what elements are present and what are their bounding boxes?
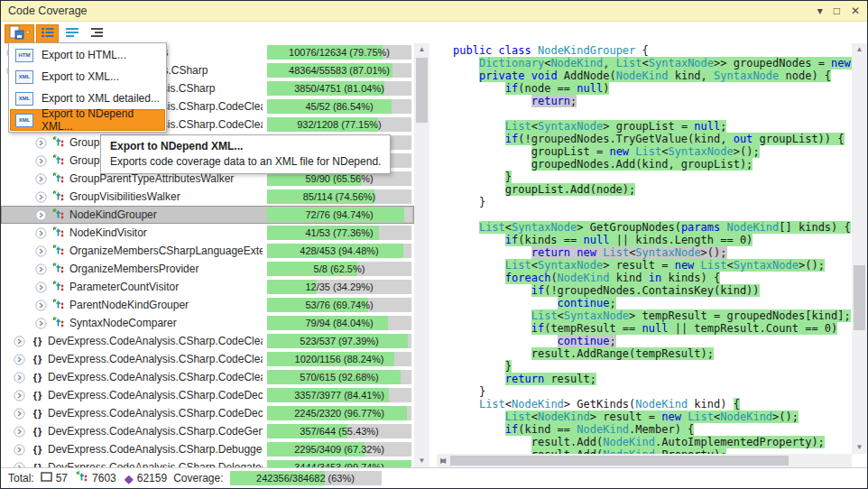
tree-vertical-scrollbar[interactable]: ▲ ▼ — [414, 43, 429, 467]
expand-icon[interactable] — [35, 245, 47, 257]
tree-row[interactable]: { }DevExpress.CodeAnalysis.CSharp.CodeGe… — [1, 422, 414, 440]
code-view[interactable]: public class NodeKindGrouper { Dictionar… — [437, 44, 852, 454]
flat-list-icon — [65, 26, 79, 42]
tree-row[interactable]: { }DevExpress.CodeAnalysis.CSharp.CodeCl… — [1, 350, 414, 368]
tree-row[interactable]: { }DevExpress.CodeAnalysis.CSharp.CodeDe… — [1, 404, 414, 422]
expand-icon[interactable] — [35, 227, 47, 239]
scrollbar-thumb[interactable] — [450, 456, 789, 466]
class-icon — [76, 471, 88, 486]
flat-list-button[interactable] — [60, 24, 83, 43]
coverage-bar: 2295/3409 (67.32%) — [267, 442, 411, 457]
menu-item[interactable]: XMLExport to NDepend XML... — [10, 109, 165, 131]
tree-row[interactable]: ParentNodeKindGrouper53/76 (69.74%) — [1, 296, 414, 314]
code-line: List<SyntaxNode> result = new List<Synta… — [453, 259, 852, 272]
coverage-bar: 932/1208 (77.15%) — [267, 117, 411, 132]
menu-item[interactable]: XMLExport to XML detailed... — [10, 88, 165, 109]
scroll-down-icon[interactable]: ▼ — [414, 455, 429, 467]
tree-row[interactable]: { }DevExpress.CodeAnalysis.CSharp.CodeCl… — [1, 368, 414, 386]
tree-row-label: OrganizeMembersCSharpLanguageExtension — [69, 244, 263, 257]
code-line: List<NodeKind> result = new List<NodeKin… — [453, 411, 852, 423]
expand-icon[interactable] — [14, 444, 25, 456]
coverage-bar-text: 357/644 (55.43%) — [267, 424, 411, 438]
file-type-icon: XML — [15, 114, 33, 127]
maximize-icon[interactable]: □ — [834, 5, 840, 16]
tree-row-label: ParentNodeKindGrouper — [69, 299, 263, 311]
coverage-bar-text: 10076/12634 (79.75%) — [267, 45, 411, 60]
expand-icon[interactable] — [35, 155, 47, 167]
tree-row[interactable]: ParameterCountVisitor12/35 (34.29%) — [1, 278, 414, 296]
expand-icon[interactable] — [14, 354, 25, 365]
tooltip-title: Export to NDepend XML... — [110, 140, 381, 152]
scroll-down-icon[interactable]: ▼ — [852, 441, 867, 454]
window-menu-icon[interactable]: ▾ — [817, 5, 823, 16]
expand-icon[interactable] — [35, 137, 47, 149]
scroll-up-icon[interactable]: ▲ — [414, 43, 429, 56]
coverage-label: Coverage: — [173, 472, 223, 484]
column-chooser-button[interactable] — [36, 24, 59, 43]
tree-row[interactable]: { }DevExpress.CodeAnalysis.CSharp.Delega… — [1, 458, 414, 467]
status-count: ◆62159 — [125, 472, 167, 484]
tree-row-label: OrganizeMembersProvider — [69, 263, 263, 275]
menu-item-label: Export to HTML... — [42, 49, 126, 61]
tree-row[interactable]: OrganizeMembersCSharpLanguageExtension42… — [1, 242, 414, 260]
expand-icon[interactable] — [35, 191, 47, 203]
code-preview-panel[interactable]: public class NodeKindGrouper { Dictionar… — [437, 43, 867, 467]
code-line: } — [453, 171, 852, 183]
status-bar: Total: 577603◆62159 Coverage: 242356/384… — [1, 467, 867, 488]
tree-list-button[interactable] — [85, 24, 107, 43]
coverage-bar: 523/537 (97.39%) — [267, 334, 411, 348]
expand-icon[interactable] — [14, 390, 25, 401]
tree-row[interactable]: GroupVisibilitiesWalker85/114 (74.56%) — [1, 188, 414, 206]
export-menu: HTMExport to HTML...XMLExport to XML...X… — [8, 42, 167, 133]
coverage-bar: 79/94 (84.04%) — [267, 316, 411, 330]
code-vertical-scrollbar[interactable]: ▲ ▼ — [852, 43, 867, 454]
tree-row[interactable]: { }DevExpress.CodeAnalysis.CSharp.CodeCl… — [1, 332, 414, 350]
close-icon[interactable]: ✕ — [851, 5, 860, 16]
tree-row-label: NodeKindVisitor — [69, 226, 263, 239]
total-coverage-text: 242356/384682 (63%) — [230, 471, 382, 485]
tree-row[interactable]: { }DevExpress.CodeAnalysis.CSharp.CodeDe… — [1, 386, 414, 404]
tree-row-selected[interactable]: NodeKindGrouper72/76 (94.74%) — [1, 206, 414, 224]
expand-icon[interactable] — [14, 426, 25, 438]
code-line: List<SyntaxNode> groupList = null; — [453, 120, 852, 133]
splitter[interactable] — [429, 43, 437, 467]
namespace-icon: { } — [30, 408, 44, 419]
expand-icon[interactable] — [14, 408, 25, 420]
file-type-icon: XML — [15, 92, 33, 106]
tree-row[interactable]: OrganizeMembersProvider5/8 (62.5%) — [1, 260, 414, 278]
status-count-value: 7603 — [92, 472, 116, 484]
expand-icon[interactable] — [35, 209, 47, 221]
expand-icon[interactable] — [14, 372, 25, 383]
code-line — [453, 107, 852, 120]
menu-item[interactable]: XMLExport to XML... — [10, 66, 165, 88]
namespace-icon: { } — [30, 372, 44, 383]
tree-row[interactable]: { }DevExpress.CodeAnalysis.CSharp.Debugg… — [1, 440, 414, 458]
code-line: Dictionary<NodeKind, List<SyntaxNode>> g… — [453, 57, 852, 69]
coverage-bar: 3444/3453 (99.74%) — [267, 460, 411, 467]
class-icon — [51, 172, 66, 185]
scroll-right-icon[interactable]: ▶ — [437, 454, 449, 467]
scrollbar-thumb[interactable] — [416, 58, 428, 123]
code-horizontal-scrollbar[interactable]: ◀ ▶ — [437, 454, 852, 467]
coverage-bar: 570/615 (92.68%) — [267, 370, 411, 384]
tree-row[interactable]: NodeKindVisitor41/53 (77.36%) — [1, 224, 414, 242]
expand-icon[interactable] — [35, 300, 47, 311]
coverage-bar-text: 1020/1156 (88.24%) — [267, 352, 411, 366]
export-dropdown-icon — [9, 25, 31, 43]
class-icon — [51, 226, 66, 239]
scrollbar-thumb[interactable] — [854, 265, 865, 330]
expand-icon[interactable] — [35, 173, 47, 185]
tree-row-label: DevExpress.CodeAnalysis.CSharp.Delegates — [48, 461, 263, 467]
expand-icon[interactable] — [35, 281, 47, 293]
code-line — [453, 208, 852, 221]
tree-row[interactable]: SyntaxNodeComparer79/94 (84.04%) — [1, 314, 414, 332]
scroll-up-icon[interactable]: ▲ — [852, 43, 867, 56]
tree-row-label: DevExpress.CodeAnalysis.CSharp.CodeDecla… — [48, 389, 263, 401]
expand-icon[interactable] — [35, 263, 47, 275]
coverage-bar: 12/35 (34.29%) — [267, 280, 411, 294]
expand-icon[interactable] — [35, 318, 47, 329]
menu-item[interactable]: HTMExport to HTML... — [10, 44, 165, 66]
expand-icon[interactable] — [14, 336, 25, 347]
export-dropdown-button[interactable] — [5, 24, 34, 43]
code-line: private void AddNode(NodeKind kind, Synt… — [453, 69, 852, 82]
